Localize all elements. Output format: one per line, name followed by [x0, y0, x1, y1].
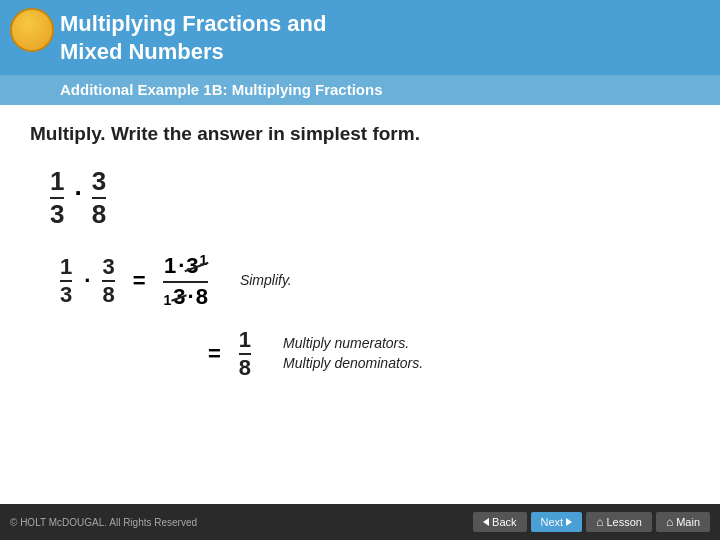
- step1-rhs-den-2: 8: [196, 284, 208, 310]
- step2-result-fraction: 1 8: [239, 328, 251, 380]
- step1-rhs-den-crossed: 3: [173, 284, 185, 310]
- step1-rhs-dot1: ·: [178, 253, 184, 279]
- step-1-row: 1 3 · 3 8 = 1 · 31: [60, 252, 690, 309]
- step1-rhs-denominator: 1 3 · 8: [163, 284, 207, 310]
- problem-display: 1 3 · 3 8: [50, 167, 690, 228]
- step1-rhs-num-1: 1: [164, 253, 176, 279]
- header: Multiplying Fractions and Mixed Numbers: [0, 0, 720, 75]
- step1-rhs-fraction: 1 · 31 1 3 · 8: [163, 252, 207, 309]
- main-content: Multiply. Write the answer in simplest f…: [0, 105, 720, 390]
- step2-eq: =: [208, 341, 221, 367]
- step1-lhs-op: ·: [84, 268, 90, 294]
- subheader-text: Additional Example 1B: Multiplying Fract…: [60, 81, 383, 98]
- lesson-icon: ⌂: [596, 515, 603, 529]
- subheader: Additional Example 1B: Multiplying Fract…: [0, 75, 720, 105]
- step1-rhs-dot2: ·: [188, 284, 194, 310]
- step1-lhs-frac2: 3 8: [102, 255, 114, 307]
- problem-operator: ·: [74, 178, 81, 217]
- main-icon: ⌂: [666, 515, 673, 529]
- header-title: Multiplying Fractions and Mixed Numbers: [60, 10, 326, 65]
- step1-eq: =: [133, 268, 146, 294]
- problem-fraction-2: 3 8: [92, 167, 106, 228]
- instruction-text: Multiply. Write the answer in simplest f…: [30, 123, 690, 145]
- footer-copyright: © HOLT McDOUGAL. All Rights Reserved: [10, 517, 197, 528]
- step1-lhs-frac1: 1 3: [60, 255, 72, 307]
- next-button[interactable]: Next: [531, 512, 583, 532]
- back-arrow-icon: [483, 518, 489, 526]
- header-oval-icon: [10, 8, 54, 52]
- lesson-button[interactable]: ⌂ Lesson: [586, 512, 652, 532]
- step1-rhs-num-crossed: 31: [186, 252, 207, 279]
- step2-explanation: Multiply numerators. Multiply denominato…: [283, 334, 423, 373]
- problem-fraction-1: 1 3: [50, 167, 64, 228]
- steps: 1 3 · 3 8 = 1 · 31: [60, 252, 690, 380]
- footer: © HOLT McDOUGAL. All Rights Reserved Bac…: [0, 504, 720, 540]
- step-2-row: = 1 8 Multiply numerators. Multiply deno…: [60, 328, 690, 380]
- step1-explanation: Simplify.: [240, 271, 292, 291]
- back-button[interactable]: Back: [473, 512, 526, 532]
- footer-nav: Back Next ⌂ Lesson ⌂ Main: [473, 512, 710, 532]
- main-button[interactable]: ⌂ Main: [656, 512, 710, 532]
- next-arrow-icon: [566, 518, 572, 526]
- step1-rhs-numerator: 1 · 31: [164, 252, 207, 279]
